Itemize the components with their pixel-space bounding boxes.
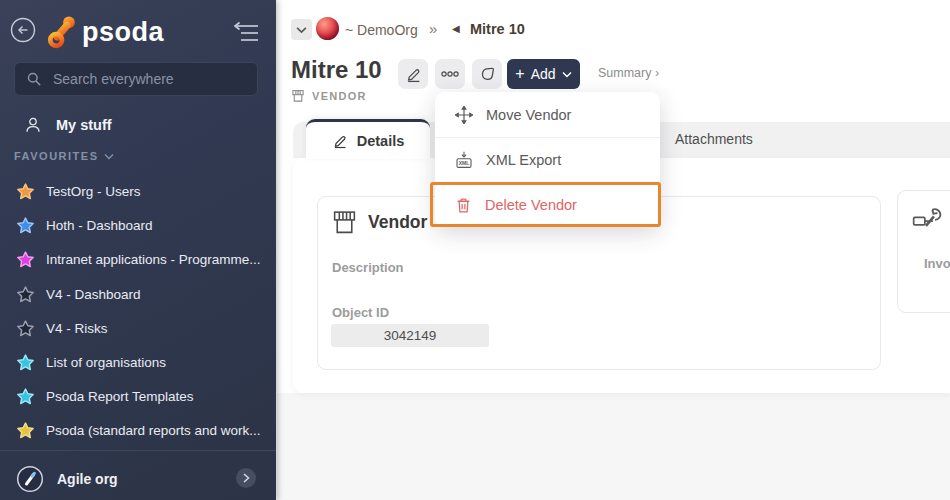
- tab-details[interactable]: Details: [306, 119, 430, 159]
- svg-text:XML: XML: [459, 160, 470, 166]
- wrench-icon: [911, 203, 943, 235]
- star-icon: [17, 354, 34, 371]
- breadcrumb-org[interactable]: ~ DemoOrg: [345, 22, 418, 38]
- more-options-button[interactable]: [435, 59, 465, 89]
- entity-type: VENDOR: [291, 89, 367, 103]
- breadcrumb-back-icon[interactable]: ◀: [452, 23, 460, 34]
- tag-icon: [479, 66, 496, 83]
- chevron-down-icon: [562, 71, 572, 78]
- menu-item-xml-export[interactable]: XML XML Export: [435, 137, 660, 182]
- vendor-card-title: Vendor: [368, 212, 427, 233]
- star-icon: [17, 388, 34, 405]
- star-icon: [17, 286, 34, 303]
- menu-item-delete-vendor[interactable]: Delete Vendor: [435, 182, 660, 227]
- favourite-label: V4 - Dashboard: [46, 287, 141, 302]
- person-icon: [24, 116, 42, 134]
- sidebar-item-favourite[interactable]: List of organisations: [0, 345, 276, 379]
- favourite-label: V4 - Risks: [46, 321, 108, 336]
- menu-label: Delete Vendor: [485, 197, 577, 213]
- breadcrumb-separator: »: [429, 20, 437, 37]
- favourites-label: FAVOURITES: [14, 150, 98, 162]
- favourite-label: List of organisations: [46, 355, 166, 370]
- store-icon: [331, 209, 358, 236]
- psoda-logo-icon: [46, 14, 78, 50]
- ellipsis-icon: [441, 70, 459, 78]
- breadcrumb-toggle-button[interactable]: [291, 19, 312, 40]
- favourite-label: Intranet applications - Programme...: [46, 252, 261, 267]
- menu-label: XML Export: [486, 152, 561, 168]
- app-window: psoda My stuff FAVOURITES: [0, 0, 950, 500]
- store-icon: [291, 89, 305, 103]
- expand-org-icon[interactable]: [236, 468, 256, 492]
- pencil-icon: [405, 66, 422, 83]
- sidebar-item-my-stuff[interactable]: My stuff: [14, 110, 262, 140]
- move-icon: [455, 106, 473, 124]
- favourite-label: Psoda (standard reports and work...: [46, 423, 261, 438]
- object-id-value: 3042149: [331, 324, 489, 347]
- my-stuff-label: My stuff: [56, 117, 112, 133]
- logo-wordmark: psoda: [82, 17, 164, 48]
- search-everywhere: [14, 62, 258, 96]
- menu-item-move-vendor[interactable]: Move Vendor: [435, 92, 660, 137]
- star-icon: [17, 422, 34, 439]
- collapse-sidebar-icon[interactable]: [230, 21, 262, 43]
- description-label: Description: [332, 260, 404, 275]
- psoda-logo[interactable]: psoda: [46, 13, 164, 51]
- star-icon: [17, 183, 34, 200]
- summary-link[interactable]: Summary ›: [598, 66, 659, 80]
- org-avatar[interactable]: [316, 17, 339, 40]
- star-icon: [17, 217, 34, 234]
- tag-button[interactable]: [472, 59, 502, 89]
- sidebar-item-favourite[interactable]: Intranet applications - Programme...: [0, 242, 276, 276]
- sidebar-divider: [0, 450, 276, 451]
- entity-type-label: VENDOR: [312, 90, 367, 102]
- sidebar-item-favourite[interactable]: Psoda Report Templates: [0, 379, 276, 413]
- sidebar-item-favourite[interactable]: TestOrg - Users: [0, 174, 276, 208]
- breadcrumb-current: Mitre 10: [470, 21, 525, 37]
- sidebar-item-favourite[interactable]: V4 - Risks: [0, 311, 276, 345]
- context-menu: Move Vendor XML XML Export Delete Vendor: [435, 92, 660, 227]
- tab-details-label: Details: [357, 133, 405, 149]
- org-avatar-icon: [16, 465, 44, 493]
- chevron-down-icon: [104, 153, 114, 160]
- page-background: [277, 393, 950, 500]
- edit-button[interactable]: [398, 59, 428, 89]
- chevron-down-icon: [296, 26, 307, 34]
- add-label: Add: [531, 66, 556, 82]
- invoices-card[interactable]: Invo: [897, 190, 950, 313]
- favourites-section-header[interactable]: FAVOURITES: [14, 150, 114, 162]
- star-icon: [17, 320, 34, 337]
- back-arrow-icon: [10, 17, 36, 43]
- sidebar-item-favourite[interactable]: Hoth - Dashboard: [0, 208, 276, 242]
- page-title: Mitre 10: [291, 56, 382, 84]
- vendor-card-header: Vendor: [331, 209, 427, 236]
- sidebar: psoda My stuff FAVOURITES: [0, 0, 276, 500]
- favourite-label: Psoda Report Templates: [46, 389, 194, 404]
- xml-export-icon: XML: [455, 151, 473, 169]
- plus-icon: +: [515, 65, 524, 83]
- trash-icon: [455, 197, 472, 214]
- sidebar-item-favourite[interactable]: Psoda (standard reports and work...: [0, 413, 276, 447]
- favourite-label: Hoth - Dashboard: [46, 218, 153, 233]
- menu-label: Move Vendor: [486, 107, 571, 123]
- star-icon: [17, 251, 34, 268]
- invoices-label: Invo: [924, 256, 950, 271]
- search-input[interactable]: [14, 62, 258, 96]
- add-button[interactable]: + Add: [507, 59, 580, 89]
- object-id-label: Object ID: [332, 305, 389, 320]
- favourite-label: TestOrg - Users: [46, 184, 141, 199]
- sidebar-item-agile-org[interactable]: Agile org: [0, 458, 276, 500]
- org-label: Agile org: [57, 471, 118, 487]
- pencil-icon: [332, 133, 348, 149]
- tab-attachments[interactable]: Attachments: [675, 131, 753, 147]
- sidebar-back-button[interactable]: [10, 17, 36, 43]
- sidebar-item-favourite[interactable]: V4 - Dashboard: [0, 277, 276, 311]
